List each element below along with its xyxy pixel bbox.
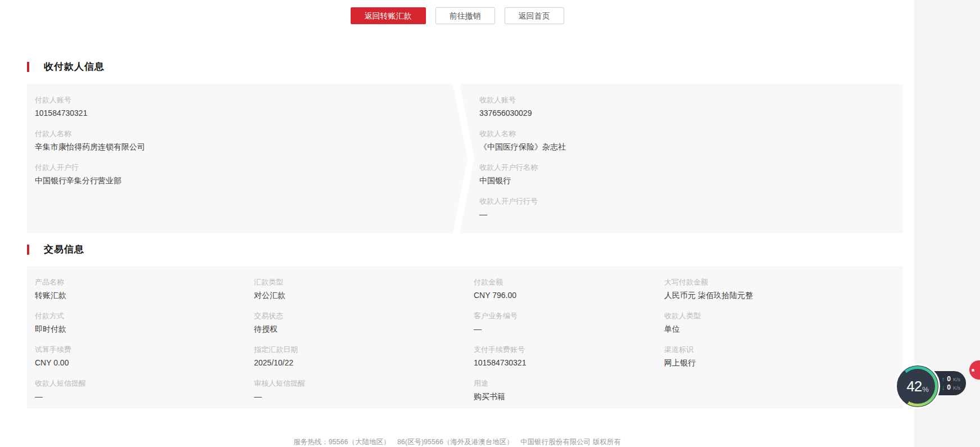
field-label: 渠道标识	[664, 345, 903, 354]
field-value: 337656030029	[479, 108, 903, 119]
transaction-status-field: 交易状态 待授权	[254, 311, 474, 345]
field-value: 中国银行辛集分行营业部	[35, 175, 468, 186]
field-value: —	[35, 391, 254, 402]
field-value: 单位	[664, 324, 903, 335]
field-label: 收款人开户行行号	[479, 196, 903, 206]
field-label: 交易状态	[254, 311, 474, 320]
gauge-percent-value: 42	[906, 378, 922, 395]
field-value: 转账汇款	[35, 290, 254, 301]
remit-type-field: 汇款类型 对公汇款	[254, 277, 474, 311]
field-value: —	[254, 391, 474, 402]
field-value: —	[479, 209, 903, 220]
payee-bank-name-field: 收款人开户行名称 中国银行	[479, 162, 903, 196]
field-label: 产品名称	[35, 277, 254, 287]
field-value: CNY 796.00	[474, 290, 664, 301]
go-revoke-button[interactable]: 前往撤销	[435, 7, 495, 24]
gauge-percent-unit: %	[922, 385, 929, 394]
section-title-text: 交易信息	[44, 243, 84, 256]
remit-date-field: 指定汇款日期 2025/10/22	[254, 345, 474, 378]
payee-account-field: 收款人账号 337656030029	[479, 95, 903, 129]
transaction-section-title: 交易信息	[27, 243, 84, 256]
payer-name-field: 付款人名称 辛集市康怡得药房连锁有限公司	[35, 129, 468, 162]
field-label: 大写付款金额	[664, 277, 903, 287]
fee-account-field: 支付手续费账号 101584730321	[474, 345, 664, 378]
field-value: 待授权	[254, 324, 474, 335]
estimated-fee-field: 试算手续费 CNY 0.00	[35, 345, 254, 378]
field-value: 网上银行	[664, 358, 903, 368]
upload-arrow-icon: ↑	[942, 376, 945, 382]
page: 返回转账汇款 前往撤销 返回首页 收付款人信息 付款人账号 1015847303…	[0, 0, 980, 447]
channel-field: 渠道标识 网上银行	[664, 345, 903, 378]
section-red-bar	[27, 245, 29, 255]
payer-account-field: 付款人账号 101584730321	[35, 95, 468, 129]
download-speed-value: 0	[947, 383, 951, 391]
field-label: 付款人名称	[35, 129, 468, 138]
field-label: 付款人账号	[35, 95, 468, 105]
field-label: 付款金额	[474, 277, 664, 287]
field-label: 用途	[474, 378, 664, 388]
field-label: 收款人名称	[479, 129, 903, 138]
field-value: 101584730321	[35, 108, 468, 119]
amount-in-words-field: 大写付款金额 人民币元 柒佰玖拾陆元整	[664, 277, 903, 311]
customer-business-no-field: 客户业务编号 —	[474, 311, 664, 345]
footer-copyright: 服务热线：95566（大陆地区） 86(区号)95566（海外及港澳台地区） 中…	[0, 437, 914, 447]
action-toolbar: 返回转账汇款 前往撤销 返回首页	[0, 7, 914, 24]
field-label: 试算手续费	[35, 345, 254, 354]
percent-gauge-widget[interactable]: 42 %	[895, 364, 940, 409]
field-label: 收款人账号	[479, 95, 903, 105]
back-to-transfer-button[interactable]: 返回转账汇款	[351, 7, 426, 24]
transaction-info-panel: 产品名称 转账汇款 汇款类型 对公汇款 付款金额 CNY 796.00 大写付款…	[27, 266, 903, 409]
payee-type-field: 收款人类型 单位	[664, 311, 903, 345]
payee-bank-code-field: 收款人开户行行号 —	[479, 196, 903, 230]
field-label: 付款方式	[35, 311, 254, 320]
field-label: 付款人开户行	[35, 162, 468, 172]
field-label: 审核人短信提醒	[254, 378, 474, 388]
back-home-button[interactable]: 返回首页	[505, 7, 564, 24]
field-value: 人民币元 柒佰玖拾陆元整	[664, 290, 903, 301]
download-speed-unit: K/s	[953, 385, 960, 391]
payer-info-panel: 付款人账号 101584730321 付款人名称 辛集市康怡得药房连锁有限公司 …	[27, 84, 468, 233]
field-label: 收款人类型	[664, 311, 903, 320]
payee-name-field: 收款人名称 《中国医疗保险》杂志社	[479, 129, 903, 162]
payer-bank-field: 付款人开户行 中国银行辛集分行营业部	[35, 162, 468, 196]
payment-method-field: 付款方式 即时付款	[35, 311, 254, 345]
field-value: —	[474, 324, 664, 335]
field-value: 辛集市康怡得药房连锁有限公司	[35, 142, 468, 152]
payer-payee-section-title: 收付款人信息	[27, 60, 105, 73]
field-value: 《中国医疗保险》杂志社	[479, 142, 903, 152]
field-label: 指定汇款日期	[254, 345, 474, 354]
auditor-sms-field: 审核人短信提醒 —	[254, 378, 474, 412]
product-name-field: 产品名称 转账汇款	[35, 277, 254, 311]
payee-sms-field: 收款人短信提醒 —	[35, 378, 254, 412]
field-label: 收款人短信提醒	[35, 378, 254, 388]
field-value: 2025/10/22	[254, 358, 474, 368]
field-value: 购买书籍	[474, 391, 664, 402]
section-red-bar	[27, 62, 29, 72]
payee-info-panel: 收款人账号 337656030029 收款人名称 《中国医疗保险》杂志社 收款人…	[460, 84, 903, 233]
section-title-text: 收付款人信息	[44, 60, 105, 73]
field-label: 汇款类型	[254, 277, 474, 287]
gauge-core: 42 %	[900, 369, 935, 404]
field-label: 支付手续费账号	[474, 345, 664, 354]
field-value: 对公汇款	[254, 290, 474, 301]
field-value: CNY 0.00	[35, 358, 254, 368]
payment-amount-field: 付款金额 CNY 796.00	[474, 277, 664, 311]
field-value: 中国银行	[479, 175, 903, 186]
field-label: 收款人开户行名称	[479, 162, 903, 172]
upload-speed-value: 0	[947, 375, 951, 383]
download-arrow-icon: ↓	[942, 384, 945, 391]
purpose-field: 用途 购买书籍	[474, 378, 664, 412]
field-value: 101584730321	[474, 358, 664, 368]
red-fab-dot	[972, 369, 974, 372]
field-label: 客户业务编号	[474, 311, 664, 320]
field-value: 即时付款	[35, 324, 254, 335]
upload-speed-unit: K/s	[953, 377, 960, 382]
